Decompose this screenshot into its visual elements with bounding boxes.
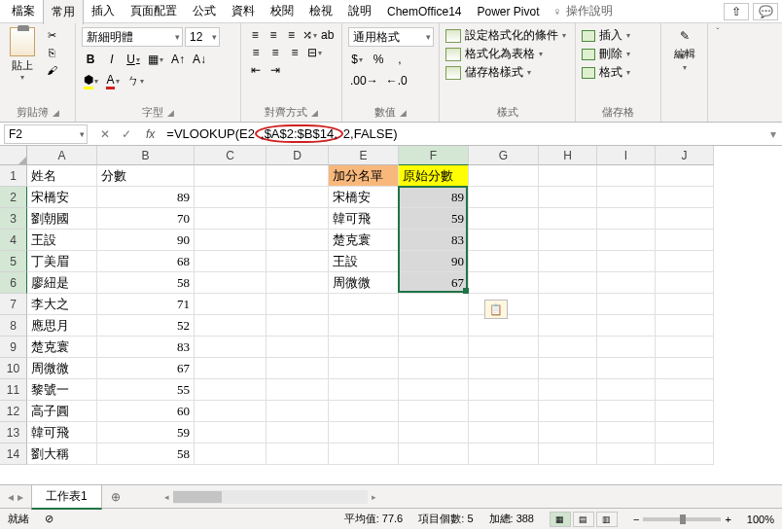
cell-H1[interactable]	[539, 165, 597, 187]
cell-D11[interactable]	[267, 379, 329, 401]
name-box[interactable]: F2	[4, 124, 88, 144]
clipboard-dialog-icon[interactable]: ◢	[53, 108, 59, 118]
row-header-12[interactable]: 12	[0, 401, 27, 422]
cell-J11[interactable]	[656, 379, 714, 401]
cell-F14[interactable]	[399, 443, 469, 465]
italic-button[interactable]: I	[103, 51, 121, 68]
cell-H14[interactable]	[539, 443, 597, 465]
cell-D5[interactable]	[267, 251, 329, 272]
cell-D9[interactable]	[267, 337, 329, 358]
cell-B11[interactable]: 55	[97, 379, 195, 401]
cell-H12[interactable]	[539, 401, 597, 422]
cell-G4[interactable]	[469, 230, 539, 251]
cell-E3[interactable]: 韓可飛	[329, 208, 399, 230]
cell-G1[interactable]	[469, 165, 539, 187]
cell-E1[interactable]: 加分名單	[329, 165, 399, 187]
cell-F12[interactable]	[399, 401, 469, 422]
cell-A3[interactable]: 劉朝國	[27, 208, 97, 230]
align-dialog-icon[interactable]: ◢	[311, 108, 318, 118]
col-header-H[interactable]: H	[539, 146, 597, 165]
cell-E8[interactable]	[329, 315, 399, 337]
decrease-decimal-button[interactable]: ←.0	[384, 72, 409, 89]
format-painter-button[interactable]: 🖌	[43, 62, 60, 78]
cell-G2[interactable]	[469, 187, 539, 208]
tab-insert[interactable]: 插入	[84, 0, 123, 23]
align-left-button[interactable]: ≡	[247, 45, 265, 60]
cell-C14[interactable]	[195, 443, 267, 465]
cell-F5[interactable]: 90	[399, 251, 469, 272]
cell-A5[interactable]: 丁美眉	[27, 251, 97, 272]
cell-E4[interactable]: 楚克寰	[329, 230, 399, 251]
cell-J12[interactable]	[656, 401, 714, 422]
fx-label[interactable]: fx	[140, 127, 160, 141]
row-header-11[interactable]: 11	[0, 379, 27, 401]
cell-B3[interactable]: 70	[97, 208, 195, 230]
row-header-6[interactable]: 6	[0, 272, 27, 294]
cell-F3[interactable]: 59	[399, 208, 469, 230]
formula-input[interactable]: =VLOOKUP(E2,$A$2:$B$14,2,FALSE)	[160, 124, 764, 143]
cell-C1[interactable]	[195, 165, 267, 187]
cell-H10[interactable]	[539, 358, 597, 379]
cell-A13[interactable]: 韓可飛	[27, 422, 97, 443]
tab-data[interactable]: 資料	[224, 0, 263, 23]
cell-G3[interactable]	[469, 208, 539, 230]
col-header-F[interactable]: F	[399, 146, 469, 165]
cell-H4[interactable]	[539, 230, 597, 251]
cell-I4[interactable]	[597, 230, 656, 251]
col-header-B[interactable]: B	[97, 146, 195, 165]
cut-button[interactable]: ✂	[43, 27, 60, 43]
cell-J7[interactable]	[656, 294, 714, 315]
cell-E11[interactable]	[329, 379, 399, 401]
cell-F4[interactable]: 83	[399, 230, 469, 251]
cell-F11[interactable]	[399, 379, 469, 401]
percent-format-button[interactable]: %	[370, 51, 387, 68]
cell-C12[interactable]	[195, 401, 267, 422]
cell-B4[interactable]: 90	[97, 230, 195, 251]
cell-I10[interactable]	[597, 358, 656, 379]
font-shrink-button[interactable]: A↓	[191, 51, 208, 68]
row-header-4[interactable]: 4	[0, 230, 27, 251]
row-header-3[interactable]: 3	[0, 208, 27, 230]
tab-layout[interactable]: 頁面配置	[123, 0, 185, 23]
cell-A6[interactable]: 廖紐是	[27, 272, 97, 294]
tell-me-search[interactable]: ♀ 操作說明	[548, 3, 619, 19]
cell-J4[interactable]	[656, 230, 714, 251]
cell-J3[interactable]	[656, 208, 714, 230]
add-sheet-button[interactable]: ⊕	[106, 487, 125, 507]
col-header-A[interactable]: A	[27, 146, 97, 165]
tab-powerpivot[interactable]: Power Pivot	[469, 1, 547, 22]
cell-J10[interactable]	[656, 358, 714, 379]
cell-E13[interactable]	[329, 422, 399, 443]
cell-E5[interactable]: 王設	[329, 251, 399, 272]
cell-H8[interactable]	[539, 315, 597, 337]
comments-button[interactable]: 💬	[753, 3, 778, 20]
fill-color-button[interactable]: ⬢	[82, 72, 100, 89]
cell-D12[interactable]	[267, 401, 329, 422]
row-header-8[interactable]: 8	[0, 315, 27, 337]
cell-I2[interactable]	[597, 187, 656, 208]
expand-formula-bar-button[interactable]: ▾	[764, 127, 782, 141]
font-size-combo[interactable]: 12	[185, 27, 220, 47]
col-header-G[interactable]: G	[469, 146, 539, 165]
tab-file[interactable]: 檔案	[4, 0, 43, 23]
align-bottom-button[interactable]: ≡	[283, 27, 300, 43]
col-header-I[interactable]: I	[597, 146, 656, 165]
font-dialog-icon[interactable]: ◢	[167, 108, 174, 118]
cell-G9[interactable]	[469, 337, 539, 358]
zoom-level[interactable]: 100%	[747, 514, 774, 525]
tab-view[interactable]: 檢視	[302, 0, 340, 23]
cell-D6[interactable]	[267, 272, 329, 294]
cell-F7[interactable]	[399, 294, 469, 315]
cell-G12[interactable]	[469, 401, 539, 422]
cell-C7[interactable]	[195, 294, 267, 315]
cell-I6[interactable]	[597, 272, 656, 294]
cell-C10[interactable]	[195, 358, 267, 379]
paste-button[interactable]: 貼上 ▾	[6, 27, 39, 82]
tab-nav-next-button[interactable]: ▸	[18, 490, 23, 504]
cell-H6[interactable]	[539, 272, 597, 294]
cell-D8[interactable]	[267, 315, 329, 337]
cell-I9[interactable]	[597, 337, 656, 358]
cell-F10[interactable]	[399, 358, 469, 379]
cell-D2[interactable]	[267, 187, 329, 208]
cell-A2[interactable]: 宋橋安	[27, 187, 97, 208]
